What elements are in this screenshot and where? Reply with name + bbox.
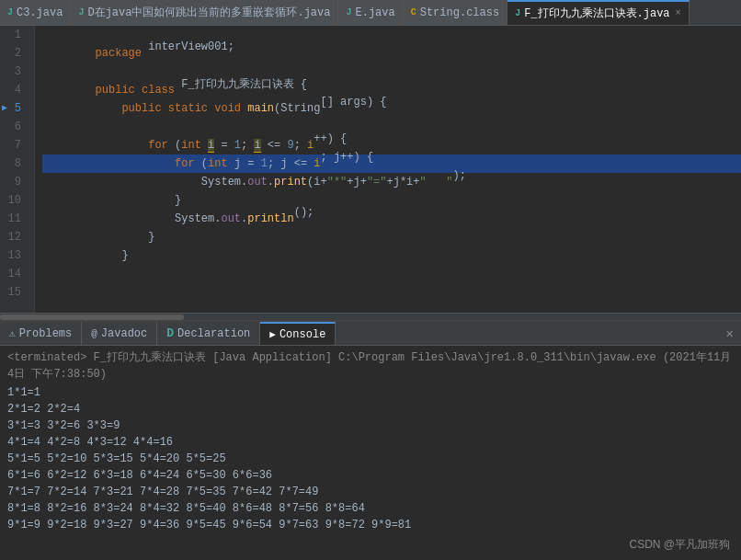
line-num-4: 4 — [0, 81, 27, 99]
console-output-line-3: 3*1=3 3*2=6 3*3=9 — [7, 417, 734, 434]
tab-c3[interactable]: J C3.java — [0, 0, 71, 25]
tab-bar: J C3.java J D在java中国如何跳出当前的多重嵌套循环.java J… — [0, 0, 741, 26]
watermark: CSDN @平凡加班狗 — [629, 537, 730, 553]
tab-close-f[interactable]: × — [676, 8, 681, 18]
tab-string[interactable]: C String.class — [404, 0, 507, 25]
line-num-9: 9 — [0, 173, 27, 191]
line-num-3: 3 — [0, 63, 27, 81]
line-numbers: 1 2 3 4 5 6 7 8 9 10 11 12 13 14 15 — [0, 26, 35, 313]
console-output-line-8: 8*1=8 8*2=16 8*3=24 8*4=32 8*5=40 8*6=48… — [7, 500, 734, 517]
console-output-line-4: 4*1=4 4*2=8 4*3=12 4*4=16 — [7, 434, 734, 451]
tab-label-string: String.class — [420, 6, 499, 19]
code-line-2: package interView001; — [42, 44, 741, 63]
line-num-15: 15 — [0, 283, 27, 302]
line-num-2: 2 — [0, 44, 27, 63]
tab-label-f: F_打印九九乘法口诀表.java — [524, 6, 669, 21]
console-output-line-5: 5*1=5 5*2=10 5*3=15 5*4=20 5*5=25 — [7, 451, 734, 467]
line-num-12: 12 — [0, 228, 27, 246]
panel-tab-problems-label: Problems — [19, 327, 73, 340]
console-output-line-2: 2*1=2 2*2=4 — [7, 401, 734, 417]
tab-icon-string: C — [411, 7, 416, 17]
tab-label-c3: C3.java — [17, 6, 63, 19]
panel-tab-problems[interactable]: ⚠ Problems — [0, 322, 82, 345]
line-num-11: 11 — [0, 210, 27, 228]
tab-label-e: E.java — [355, 6, 394, 19]
line-num-5: 5 — [0, 99, 27, 118]
problems-icon: ⚠ — [9, 327, 16, 339]
panel-tab-javadoc[interactable]: @ Javadoc — [82, 322, 157, 345]
panel-tab-declaration[interactable]: D Declaration — [157, 322, 260, 345]
panel-tab-console[interactable]: ▶ Console — [260, 322, 336, 345]
code-line-14 — [42, 265, 741, 283]
console-terminated-line: <terminated> F_打印九九乘法口诀表 [Java Applicati… — [7, 349, 734, 383]
tab-icon-f: J — [515, 8, 520, 18]
line-num-10: 10 — [0, 191, 27, 210]
panel-tabs: ⚠ Problems @ Javadoc D Declaration ▶ Con… — [0, 322, 741, 346]
console-area: <terminated> F_打印九九乘法口诀表 [Java Applicati… — [0, 346, 741, 560]
tab-e[interactable]: J E.java — [338, 0, 403, 25]
code-line-5: public static void main(String[] args) { — [42, 99, 741, 118]
tab-d[interactable]: J D在java中国如何跳出当前的多重嵌套循环.java — [71, 0, 338, 25]
code-content[interactable]: package interView001; public class F_打印九… — [35, 26, 741, 313]
editor-area: 1 2 3 4 5 6 7 8 9 10 11 12 13 14 15 pack… — [0, 26, 741, 313]
line-num-13: 13 — [0, 246, 27, 265]
tab-icon-c3: J — [7, 7, 13, 17]
javadoc-icon: @ — [91, 328, 97, 339]
line-num-1: 1 — [0, 26, 27, 44]
tab-icon-e: J — [346, 7, 351, 17]
tab-icon-d: J — [78, 7, 84, 17]
console-icon: ▶ — [269, 328, 276, 340]
editor-scrollbar[interactable] — [0, 313, 741, 320]
panel-tab-declaration-label: Declaration — [177, 327, 250, 340]
console-output-line-7: 7*1=7 7*2=14 7*3=21 7*4=28 7*5=35 7*6=42… — [7, 484, 734, 500]
panel-tab-console-label: Console — [279, 328, 325, 341]
line-num-7: 7 — [0, 136, 27, 154]
console-output-line-1: 1*1=1 — [7, 384, 734, 401]
line-num-8: 8 — [0, 154, 27, 173]
declaration-icon: D — [166, 326, 174, 340]
line-num-14: 14 — [0, 265, 27, 283]
tab-label-d: D在java中国如何跳出当前的多重嵌套循环.java — [87, 5, 330, 20]
tab-f[interactable]: J F_打印九九乘法口诀表.java × — [507, 0, 689, 25]
scrollbar-thumb[interactable] — [0, 314, 184, 320]
console-output-line-6: 6*1=6 6*2=12 6*3=18 6*4=24 6*5=30 6*6=36 — [7, 467, 734, 484]
panel-close-button[interactable]: ✕ — [719, 322, 741, 345]
bottom-panel: ⚠ Problems @ Javadoc D Declaration ▶ Con… — [0, 320, 741, 560]
line-num-6: 6 — [0, 118, 27, 136]
panel-tab-javadoc-label: Javadoc — [101, 327, 147, 340]
code-line-15 — [42, 283, 741, 302]
code-line-12: } — [42, 228, 741, 246]
console-output-line-9: 9*1=9 9*2=18 9*3=27 9*4=36 9*5=45 9*6=54… — [7, 517, 734, 533]
code-line-4: public class F_打印九九乘法口诀表 { — [42, 81, 741, 99]
